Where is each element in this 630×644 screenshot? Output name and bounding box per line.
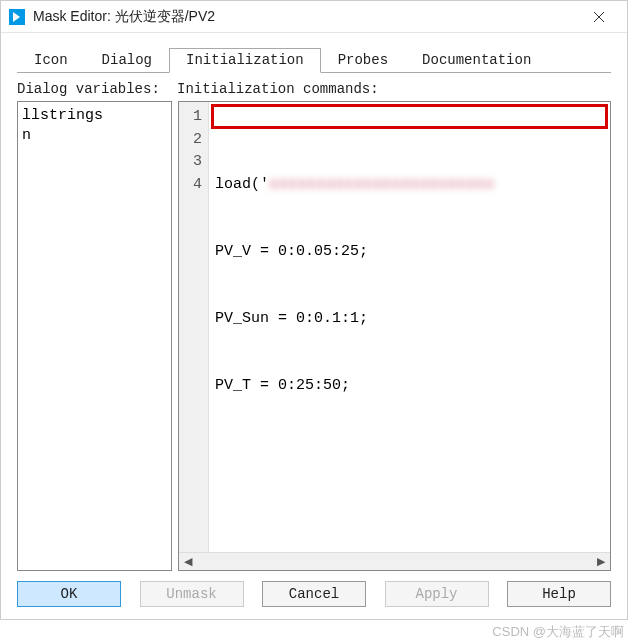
code-editor[interactable]: 1 2 3 4 load('xxxxxxxxxxxxxxxxxxxxxxxx P…: [179, 102, 610, 552]
line-number: 1: [179, 106, 202, 129]
code-line: PV_V = 0:0.05:25;: [215, 241, 604, 263]
code-line: PV_Sun = 0:0.1:1;: [215, 308, 604, 330]
code-editor-wrap: 1 2 3 4 load('xxxxxxxxxxxxxxxxxxxxxxxx P…: [178, 101, 611, 571]
scroll-right-icon[interactable]: ▶: [592, 553, 610, 571]
cancel-button[interactable]: Cancel: [262, 581, 366, 607]
tabstrip: Icon Dialog Initialization Probes Docume…: [17, 47, 611, 73]
dialog-variables-label: Dialog variables:: [17, 81, 177, 97]
watermark-text: CSDN @大海蓝了天啊: [492, 623, 624, 641]
titlebar: Mask Editor: 光伏逆变器/PV2: [1, 1, 627, 33]
scroll-left-icon[interactable]: ◀: [179, 553, 197, 571]
line-number-gutter: 1 2 3 4: [179, 102, 209, 552]
ok-button[interactable]: OK: [17, 581, 121, 607]
tab-probes[interactable]: Probes: [321, 48, 405, 73]
editor-row: llstrings n 1 2 3 4 load('xxxxxxxxxxx: [17, 101, 611, 571]
apply-button: Apply: [385, 581, 489, 607]
tab-initialization[interactable]: Initialization: [169, 48, 321, 73]
tab-icon[interactable]: Icon: [17, 48, 85, 73]
horizontal-scrollbar[interactable]: ◀ ▶: [179, 552, 610, 570]
line-number: 3: [179, 151, 202, 174]
init-commands-label: Initialization commands:: [177, 81, 611, 97]
close-icon: [593, 11, 605, 23]
button-row: OK Unmask Cancel Apply Help: [17, 571, 611, 609]
content-area: Icon Dialog Initialization Probes Docume…: [1, 33, 627, 619]
close-button[interactable]: [579, 2, 619, 32]
list-item[interactable]: n: [22, 126, 167, 146]
app-icon: [9, 9, 25, 25]
code-text-area[interactable]: load('xxxxxxxxxxxxxxxxxxxxxxxx PV_V = 0:…: [209, 102, 610, 552]
column-labels: Dialog variables: Initialization command…: [17, 81, 611, 97]
redacted-text: xxxxxxxxxxxxxxxxxxxxxxxx: [269, 176, 495, 193]
code-line: PV_T = 0:25:50;: [215, 375, 604, 397]
tab-documentation[interactable]: Documentation: [405, 48, 548, 73]
highlight-rectangle: [211, 104, 608, 129]
window-title: Mask Editor: 光伏逆变器/PV2: [33, 8, 579, 26]
code-line: load('xxxxxxxxxxxxxxxxxxxxxxxx: [215, 174, 604, 196]
list-item[interactable]: llstrings: [22, 106, 167, 126]
scroll-track[interactable]: [197, 553, 592, 570]
tab-dialog[interactable]: Dialog: [85, 48, 169, 73]
mask-editor-window: Mask Editor: 光伏逆变器/PV2 Icon Dialog Initi…: [0, 0, 628, 620]
unmask-button: Unmask: [140, 581, 244, 607]
line-number: 4: [179, 174, 202, 197]
dialog-variables-list[interactable]: llstrings n: [17, 101, 172, 571]
help-button[interactable]: Help: [507, 581, 611, 607]
init-panel: Dialog variables: Initialization command…: [17, 73, 611, 609]
line-number: 2: [179, 129, 202, 152]
